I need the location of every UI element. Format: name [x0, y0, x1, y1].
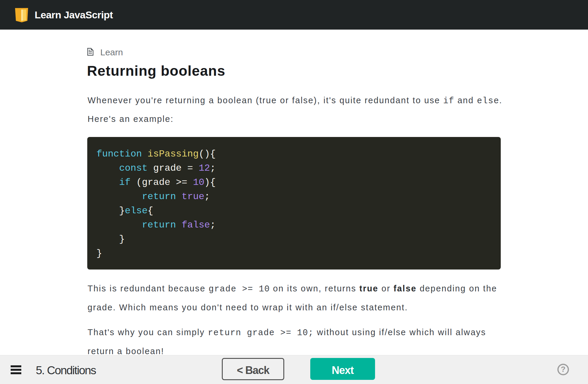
svg-text:?: ? [561, 365, 566, 374]
